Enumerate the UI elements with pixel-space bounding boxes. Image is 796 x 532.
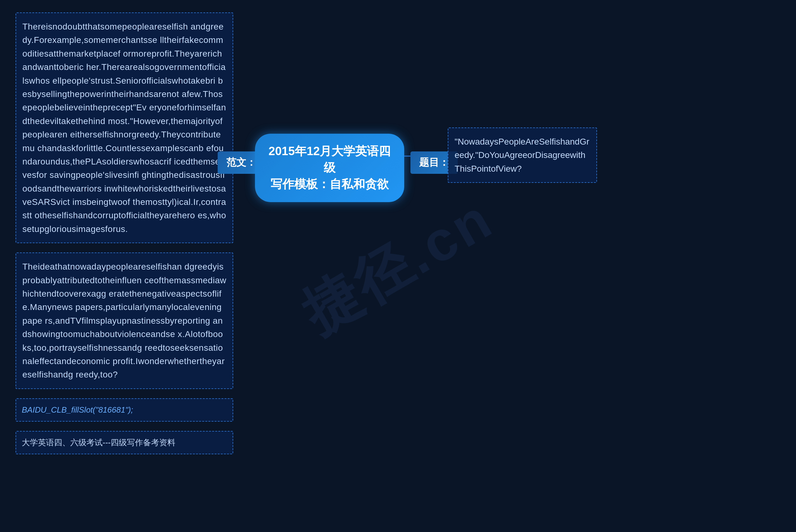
question-text: "NowadaysPeopleAreSelfishandGreedy."DoYo… [455,135,590,175]
paragraph2-text: Theideathatnowadaypeopleareselfishan dgr… [22,260,226,381]
central-title: 2015年12月大学英语四级 写作模板：自私和贪欲 [267,143,392,193]
baidu-text: BAIDU_CLB_fillSlot("816681"); [22,405,227,415]
timu-label-text: 题目： [419,157,449,168]
resource-text: 大学英语四、六级考试---四级写作备考资料 [22,437,227,448]
fanwen-label-text: 范文： [226,157,256,168]
paragraph2-box: Theideathatnowadaypeopleareselfishan dgr… [16,252,233,389]
paragraph1-text: Thereisnodoubtthatsomepeopleareselfish a… [22,20,226,236]
question-box: "NowadaysPeopleAreSelfishandGreedy."DoYo… [448,128,597,183]
baidu-box: BAIDU_CLB_fillSlot("816681"); [16,398,233,422]
central-title-box: 2015年12月大学英语四级 写作模板：自私和贪欲 [255,134,404,202]
paragraph1-box: Thereisnodoubtthatsomepeopleareselfish a… [16,13,233,243]
left-panel: Thereisnodoubtthatsomepeopleareselfish a… [16,13,233,454]
watermark-text: 捷径.cn [289,181,507,351]
resource-box: 大学英语四、六级考试---四级写作备考资料 [16,431,233,454]
